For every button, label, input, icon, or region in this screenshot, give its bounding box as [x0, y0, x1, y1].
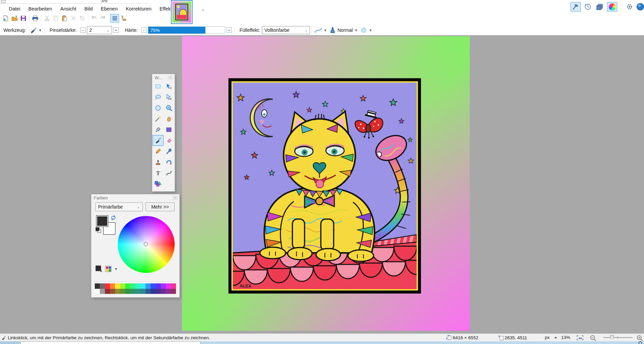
menu-bild[interactable]: Bild [81, 5, 97, 13]
palette-colors-icon[interactable] [105, 265, 112, 273]
tool-paint-bucket[interactable] [153, 124, 163, 135]
palette-swatch[interactable] [161, 289, 166, 294]
fill-style-combobox[interactable]: Volltonfarbe⌄ [262, 26, 310, 34]
save-button[interactable] [19, 14, 28, 23]
deselect-button[interactable] [78, 14, 87, 23]
colors-window-titlebar[interactable]: Farben × [91, 194, 179, 201]
redo-button[interactable] [98, 14, 107, 23]
palette-swatch[interactable] [140, 283, 146, 289]
palette-swatch[interactable] [161, 283, 166, 289]
palette-swatch[interactable] [166, 283, 171, 289]
hardness-slider[interactable]: 75% [148, 26, 225, 34]
cut-button[interactable] [43, 14, 51, 23]
color-mode-dropdown[interactable]: Primärfarbe ⌄ [95, 202, 143, 211]
palette-swatch[interactable] [130, 283, 135, 289]
antialiasing-dropdown[interactable]: ▼ [359, 26, 374, 34]
tool-paintbrush[interactable] [153, 135, 163, 146]
undo-button[interactable] [90, 14, 98, 23]
zoom-to-window-button[interactable] [576, 335, 584, 341]
zoom-slider[interactable] [603, 337, 632, 338]
tool-color-picker[interactable] [163, 146, 174, 157]
tab-list-chevron-icon[interactable]: ⌄ [201, 6, 205, 12]
palette-swatch[interactable] [110, 283, 115, 289]
help-icon[interactable] [637, 3, 644, 10]
tool-move-selection[interactable] [163, 92, 174, 103]
tool-eraser[interactable] [163, 135, 174, 146]
menu-datei[interactable]: Datei [5, 5, 24, 13]
reset-colors-icon[interactable] [95, 227, 102, 234]
palette-swatch[interactable] [151, 283, 156, 289]
menu-bearbeiten[interactable]: Bearbeiten [24, 5, 56, 13]
palette-swatch[interactable] [120, 289, 125, 294]
close-icon[interactable]: × [168, 75, 173, 80]
tool-magic-wand[interactable] [153, 113, 163, 124]
tool-rectangle-select[interactable] [153, 81, 163, 92]
taskbar-start-area[interactable] [0, 341, 20, 344]
active-tool-dropdown[interactable]: ▼ [28, 26, 43, 35]
tool-text[interactable]: T [153, 168, 163, 178]
palette-swatch[interactable] [135, 283, 140, 289]
add-recent-color-icon[interactable] [95, 265, 103, 273]
palette-swatch[interactable] [171, 289, 176, 294]
zoom-out-button[interactable] [590, 335, 597, 341]
new-file-button[interactable] [1, 14, 10, 23]
tool-gradient[interactable] [163, 124, 174, 135]
palette-swatch[interactable] [125, 283, 130, 289]
palette-swatch[interactable] [146, 289, 151, 294]
more-button[interactable]: Mehr >> [146, 202, 175, 211]
unit-dropdown[interactable]: px [545, 335, 557, 340]
palette-swatch[interactable] [171, 283, 176, 289]
tool-clone-stamp[interactable] [153, 157, 163, 168]
copy-button[interactable] [51, 14, 60, 23]
palette-swatch[interactable] [110, 289, 115, 294]
color-wheel-selector[interactable] [144, 242, 148, 246]
palette-swatch[interactable] [156, 283, 161, 289]
palette-swatch[interactable] [151, 289, 156, 294]
menu-ebenen[interactable]: Ebenen [97, 5, 122, 13]
tools-window-titlebar[interactable]: W... × [152, 74, 175, 81]
tool-line-curve[interactable] [163, 168, 174, 178]
palette-swatch[interactable] [135, 289, 140, 294]
image-tab-thumbnail[interactable] [171, 0, 193, 24]
tools-window-toggle[interactable] [571, 2, 581, 12]
smoothing-dropdown[interactable]: ▼ [313, 26, 328, 34]
layers-window-toggle[interactable] [595, 2, 605, 12]
palette-swatch[interactable] [100, 289, 105, 294]
tool-pan[interactable] [163, 113, 174, 124]
tool-ellipse-select[interactable] [153, 103, 163, 113]
palette-swatch[interactable] [95, 283, 100, 289]
grid-toggle-button[interactable] [110, 14, 119, 23]
zoom-in-button[interactable] [636, 335, 644, 341]
palette-swatch[interactable] [105, 283, 110, 289]
palette-swatch[interactable] [146, 283, 151, 289]
blend-mode-dropdown[interactable]: Normal▼ [328, 26, 359, 34]
brush-width-increment-button[interactable]: + [113, 27, 119, 33]
colors-window-toggle[interactable] [607, 2, 617, 12]
primary-color-swatch[interactable] [96, 215, 108, 227]
tool-recolor[interactable] [163, 157, 174, 168]
tool-pencil[interactable] [153, 146, 163, 157]
tool-shapes[interactable] [153, 178, 163, 189]
taskbar-search-box[interactable] [20, 341, 200, 344]
color-wheel[interactable] [118, 216, 175, 273]
palette-swatch[interactable] [115, 289, 120, 294]
history-window-toggle[interactable] [583, 2, 593, 12]
palette-swatch[interactable] [120, 283, 125, 289]
palette-swatch[interactable] [125, 289, 130, 294]
palette-swatch[interactable] [105, 289, 110, 294]
palette-swatch[interactable] [156, 289, 161, 294]
hardness-increment-button[interactable]: + [226, 27, 232, 33]
brush-width-decrement-button[interactable]: − [80, 27, 86, 33]
palette-swatch[interactable] [100, 283, 105, 289]
palette-swatch[interactable] [130, 289, 135, 294]
open-button[interactable] [10, 14, 19, 23]
print-button[interactable] [31, 14, 40, 23]
paste-button[interactable] [60, 14, 69, 23]
swap-colors-icon[interactable] [110, 215, 116, 221]
menu-ansicht[interactable]: Ansicht [56, 5, 81, 13]
windows-taskbar-sliver[interactable] [0, 341, 644, 344]
tool-move-selected-pixels[interactable] [163, 81, 174, 92]
canvas-image[interactable]: ALEX [182, 36, 470, 331]
tool-lasso-select[interactable] [153, 92, 163, 103]
crop-button[interactable] [69, 14, 78, 23]
